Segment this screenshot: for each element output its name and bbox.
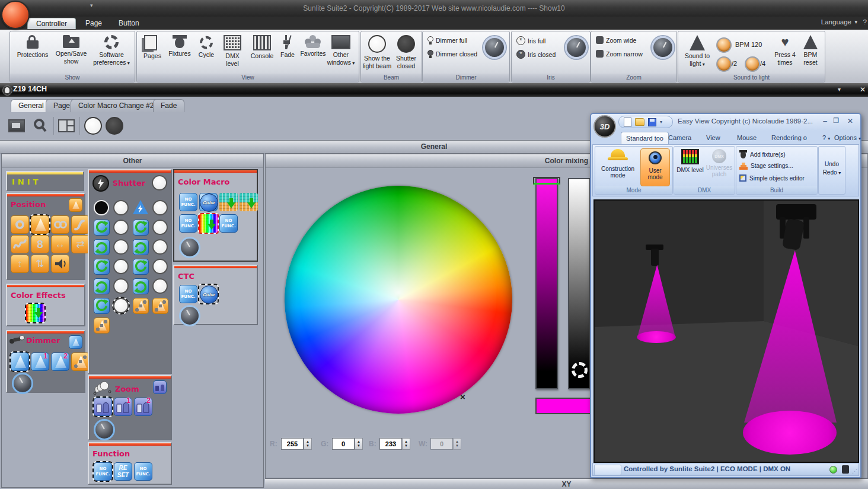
color-intensity-fader[interactable] bbox=[535, 178, 558, 389]
color-macro-no-func-button[interactable]: NO FUNC. bbox=[179, 193, 197, 211]
zoom-button-selected[interactable] bbox=[94, 398, 112, 416]
shutter-beam-chase-button[interactable] bbox=[133, 298, 149, 314]
function-no-func-button[interactable]: NO FUNC. bbox=[94, 462, 112, 481]
software-preferences-button[interactable]: Software preferences ▾ bbox=[90, 35, 133, 66]
shutter-open-preset-button[interactable] bbox=[113, 239, 129, 255]
iris-knob[interactable] bbox=[565, 36, 588, 59]
bpm-reset-button[interactable]: BPM reset bbox=[798, 35, 823, 66]
easy-view-options-menu[interactable]: Options ▾ bbox=[829, 132, 866, 144]
shutter-beam-chase-button[interactable] bbox=[152, 298, 168, 314]
tab-fade[interactable]: Fade bbox=[153, 99, 184, 112]
save-icon[interactable] bbox=[648, 118, 656, 126]
dimmer-closed-button[interactable]: Dimmer closed bbox=[427, 50, 477, 58]
shutter-rotate-button[interactable] bbox=[94, 298, 110, 314]
fixture-small-head[interactable] bbox=[651, 249, 659, 266]
iris-full-button[interactable]: * Iris full bbox=[516, 36, 545, 45]
help-menu[interactable]: ? bbox=[863, 18, 867, 26]
show-light-beam-button[interactable]: Show the light beam bbox=[362, 35, 392, 69]
position-curve-button[interactable] bbox=[71, 215, 90, 234]
dimmer-chase-button[interactable] bbox=[71, 353, 90, 371]
g-spinner[interactable]: ▲▼ bbox=[355, 438, 363, 450]
zoom-button-1[interactable]: 1 bbox=[114, 398, 132, 416]
tab-button[interactable]: Button bbox=[110, 18, 148, 28]
fader-settings-gear-icon[interactable] bbox=[572, 362, 588, 378]
b-input[interactable] bbox=[379, 438, 402, 450]
color-macro-chart-button[interactable] bbox=[219, 193, 238, 211]
b-spinner[interactable]: ▲▼ bbox=[402, 438, 410, 450]
sound-to-light-button[interactable]: Sound to light ▾ bbox=[681, 35, 714, 67]
fixture-window-close-icon[interactable]: ✕ bbox=[860, 85, 866, 94]
dimmer-beam-button-1[interactable]: 1 bbox=[31, 353, 49, 371]
position-preset-mini-button[interactable] bbox=[69, 198, 82, 212]
shutter-rotate-button[interactable] bbox=[94, 220, 110, 236]
position-two-circles-button[interactable] bbox=[51, 215, 69, 234]
easy-view-maximize-icon[interactable]: ❒ bbox=[833, 117, 839, 125]
easy-view-tab-rendering[interactable]: Rendering o bbox=[767, 132, 812, 144]
shutter-open-preset-button[interactable] bbox=[152, 278, 168, 294]
position-vertical-arrow-button[interactable]: ↕ bbox=[11, 255, 29, 273]
color-wheel[interactable] bbox=[285, 186, 512, 414]
cycle-button[interactable]: Cycle bbox=[194, 35, 219, 59]
easy-view-tab-standard[interactable]: Standard too bbox=[621, 132, 669, 144]
color-macro-chart-button[interactable] bbox=[240, 193, 258, 211]
easy-view-close-icon[interactable]: ✕ bbox=[847, 117, 853, 125]
shutter-rotate-button[interactable] bbox=[133, 220, 149, 236]
bpm-div2-led-button[interactable] bbox=[716, 56, 732, 72]
ctc-no-func-button[interactable]: NO FUNC. bbox=[179, 285, 197, 303]
undo-button[interactable]: Undo bbox=[819, 161, 845, 167]
quick-access-chevron-icon[interactable]: ▾ bbox=[660, 119, 662, 125]
shutter-closed-button[interactable]: Shutter closed bbox=[392, 35, 420, 69]
position-circle-button[interactable] bbox=[11, 215, 29, 234]
zoom-wide-button[interactable]: Zoom wide bbox=[596, 36, 636, 44]
shutter-open-selected-button[interactable] bbox=[113, 298, 129, 313]
shutter-open-preset-button[interactable] bbox=[152, 239, 168, 255]
universes-patch-button[interactable]: DMX Universes patch bbox=[705, 149, 733, 177]
color-macro-knob[interactable] bbox=[179, 237, 200, 258]
fixture-window-chevron-icon[interactable]: ▾ bbox=[838, 86, 841, 93]
construction-mode-button[interactable]: Construction mode bbox=[599, 149, 637, 179]
shutter-open-preset-button[interactable] bbox=[113, 278, 129, 294]
redo-button[interactable]: Redo ▾ bbox=[819, 169, 845, 176]
color-effects-rainbow-button[interactable] bbox=[26, 304, 44, 322]
user-mode-button[interactable]: User mode bbox=[640, 148, 670, 186]
other-windows-button[interactable]: Other windows ▾ bbox=[324, 35, 358, 66]
shutter-open-preset-button[interactable] bbox=[152, 220, 168, 235]
add-fixtures-button[interactable]: Add fixture(s) bbox=[739, 150, 785, 159]
compact-view-icon[interactable] bbox=[8, 119, 25, 132]
dimmer-section-knob[interactable] bbox=[12, 373, 33, 394]
shutter-open-preset-button[interactable] bbox=[152, 200, 168, 215]
shutter-rotate-button[interactable] bbox=[94, 278, 110, 294]
zoom-preset-mini-button[interactable] bbox=[153, 380, 167, 394]
shutter-open-preset-button[interactable] bbox=[152, 259, 168, 274]
strobe-preset-button[interactable] bbox=[133, 200, 148, 214]
shutter-rotate-button[interactable] bbox=[133, 239, 149, 255]
beam-closed-toolbar-button[interactable] bbox=[106, 117, 123, 135]
position-squiggle-button[interactable] bbox=[11, 235, 29, 253]
color-macro-no-func-button[interactable]: NO FUNC. bbox=[179, 214, 197, 233]
zoom-knob[interactable] bbox=[652, 36, 674, 59]
layout-icon[interactable] bbox=[58, 119, 75, 132]
language-menu[interactable]: Language bbox=[821, 18, 851, 26]
position-figure8-button[interactable]: 8 bbox=[31, 235, 49, 253]
shutter-open-mini-button[interactable] bbox=[152, 175, 167, 190]
tab-controller[interactable]: Controller bbox=[27, 18, 76, 29]
r-spinner[interactable]: ▲▼ bbox=[304, 438, 312, 450]
dimmer-beam-button-selected[interactable] bbox=[11, 353, 29, 371]
color-macro-no-func-button[interactable]: NO FUNC. bbox=[219, 214, 238, 233]
r-input[interactable] bbox=[281, 438, 304, 450]
position-double-horizontal-arrow-button[interactable]: ⇄ bbox=[71, 235, 90, 253]
position-beam-button[interactable] bbox=[31, 215, 49, 234]
shutter-rotate-button[interactable] bbox=[133, 259, 149, 275]
easy-view-minimize-icon[interactable]: – bbox=[823, 117, 827, 125]
position-sound-button[interactable] bbox=[51, 255, 69, 273]
magnifier-icon[interactable] bbox=[33, 118, 47, 134]
bpm-led-button[interactable] bbox=[716, 37, 732, 53]
console-button[interactable]: Console bbox=[247, 35, 277, 60]
language-chevron-icon[interactable]: ▾ bbox=[854, 19, 857, 25]
function-reset-button[interactable]: RE SET bbox=[114, 462, 132, 481]
stage-settings-button[interactable]: Stage settings... bbox=[739, 162, 793, 170]
open-folder-icon[interactable] bbox=[635, 118, 644, 126]
shutter-open-preset-button[interactable] bbox=[113, 220, 129, 235]
pages-button[interactable]: Pages bbox=[139, 35, 165, 60]
fade-button[interactable]: Fade bbox=[277, 35, 298, 59]
